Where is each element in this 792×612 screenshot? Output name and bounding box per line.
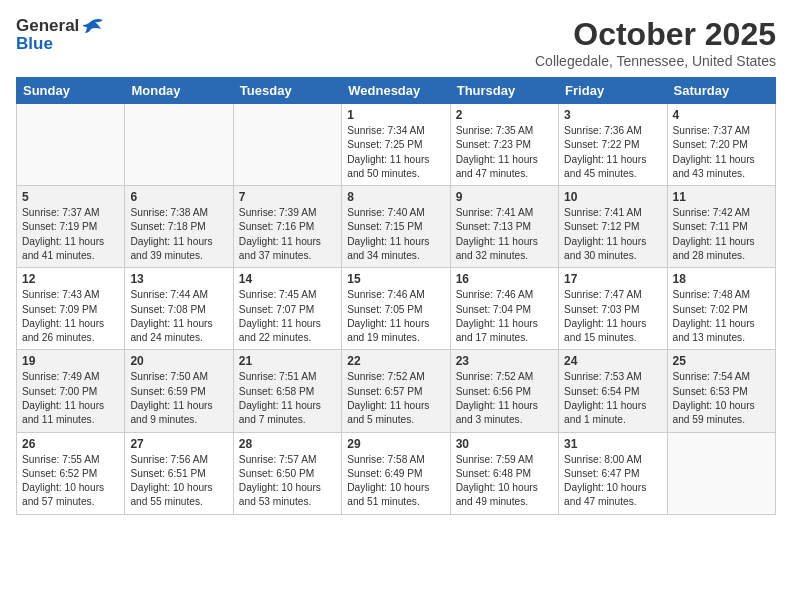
logo-blue: Blue: [16, 34, 53, 53]
title-area: October 2025 Collegedale, Tennessee, Uni…: [535, 16, 776, 69]
day-info: Sunrise: 8:00 AM Sunset: 6:47 PM Dayligh…: [564, 453, 661, 510]
day-number: 22: [347, 354, 444, 368]
calendar-cell: 8Sunrise: 7:40 AM Sunset: 7:15 PM Daylig…: [342, 186, 450, 268]
day-number: 26: [22, 437, 119, 451]
day-info: Sunrise: 7:53 AM Sunset: 6:54 PM Dayligh…: [564, 370, 661, 427]
week-row-3: 12Sunrise: 7:43 AM Sunset: 7:09 PM Dayli…: [17, 268, 776, 350]
day-number: 8: [347, 190, 444, 204]
calendar-cell: 9Sunrise: 7:41 AM Sunset: 7:13 PM Daylig…: [450, 186, 558, 268]
calendar-cell: 16Sunrise: 7:46 AM Sunset: 7:04 PM Dayli…: [450, 268, 558, 350]
month-title: October 2025: [535, 16, 776, 53]
day-number: 20: [130, 354, 227, 368]
day-number: 9: [456, 190, 553, 204]
day-info: Sunrise: 7:35 AM Sunset: 7:23 PM Dayligh…: [456, 124, 553, 181]
calendar-cell: 10Sunrise: 7:41 AM Sunset: 7:12 PM Dayli…: [559, 186, 667, 268]
day-number: 4: [673, 108, 770, 122]
calendar-cell: 26Sunrise: 7:55 AM Sunset: 6:52 PM Dayli…: [17, 432, 125, 514]
day-info: Sunrise: 7:41 AM Sunset: 7:13 PM Dayligh…: [456, 206, 553, 263]
day-number: 30: [456, 437, 553, 451]
week-row-4: 19Sunrise: 7:49 AM Sunset: 7:00 PM Dayli…: [17, 350, 776, 432]
calendar-cell: 14Sunrise: 7:45 AM Sunset: 7:07 PM Dayli…: [233, 268, 341, 350]
day-number: 10: [564, 190, 661, 204]
calendar-cell: [233, 104, 341, 186]
day-info: Sunrise: 7:37 AM Sunset: 7:19 PM Dayligh…: [22, 206, 119, 263]
calendar-cell: 28Sunrise: 7:57 AM Sunset: 6:50 PM Dayli…: [233, 432, 341, 514]
day-info: Sunrise: 7:36 AM Sunset: 7:22 PM Dayligh…: [564, 124, 661, 181]
calendar-cell: 31Sunrise: 8:00 AM Sunset: 6:47 PM Dayli…: [559, 432, 667, 514]
day-number: 1: [347, 108, 444, 122]
weekday-header-thursday: Thursday: [450, 78, 558, 104]
logo-bird-icon: [81, 15, 107, 35]
calendar-cell: 6Sunrise: 7:38 AM Sunset: 7:18 PM Daylig…: [125, 186, 233, 268]
calendar-cell: 22Sunrise: 7:52 AM Sunset: 6:57 PM Dayli…: [342, 350, 450, 432]
day-info: Sunrise: 7:43 AM Sunset: 7:09 PM Dayligh…: [22, 288, 119, 345]
calendar-cell: 21Sunrise: 7:51 AM Sunset: 6:58 PM Dayli…: [233, 350, 341, 432]
day-info: Sunrise: 7:59 AM Sunset: 6:48 PM Dayligh…: [456, 453, 553, 510]
calendar-cell: 12Sunrise: 7:43 AM Sunset: 7:09 PM Dayli…: [17, 268, 125, 350]
calendar-cell: 29Sunrise: 7:58 AM Sunset: 6:49 PM Dayli…: [342, 432, 450, 514]
day-number: 3: [564, 108, 661, 122]
day-info: Sunrise: 7:44 AM Sunset: 7:08 PM Dayligh…: [130, 288, 227, 345]
page-header: General Blue October 2025 Collegedale, T…: [16, 16, 776, 69]
day-info: Sunrise: 7:57 AM Sunset: 6:50 PM Dayligh…: [239, 453, 336, 510]
calendar-cell: 13Sunrise: 7:44 AM Sunset: 7:08 PM Dayli…: [125, 268, 233, 350]
day-number: 2: [456, 108, 553, 122]
day-number: 12: [22, 272, 119, 286]
calendar-cell: 23Sunrise: 7:52 AM Sunset: 6:56 PM Dayli…: [450, 350, 558, 432]
day-number: 29: [347, 437, 444, 451]
weekday-header-monday: Monday: [125, 78, 233, 104]
calendar-cell: [125, 104, 233, 186]
day-number: 21: [239, 354, 336, 368]
day-number: 11: [673, 190, 770, 204]
day-info: Sunrise: 7:50 AM Sunset: 6:59 PM Dayligh…: [130, 370, 227, 427]
day-number: 7: [239, 190, 336, 204]
calendar-cell: 18Sunrise: 7:48 AM Sunset: 7:02 PM Dayli…: [667, 268, 775, 350]
logo: General Blue: [16, 16, 107, 54]
calendar-cell: 24Sunrise: 7:53 AM Sunset: 6:54 PM Dayli…: [559, 350, 667, 432]
day-number: 14: [239, 272, 336, 286]
week-row-1: 1Sunrise: 7:34 AM Sunset: 7:25 PM Daylig…: [17, 104, 776, 186]
week-row-5: 26Sunrise: 7:55 AM Sunset: 6:52 PM Dayli…: [17, 432, 776, 514]
day-number: 25: [673, 354, 770, 368]
day-info: Sunrise: 7:52 AM Sunset: 6:56 PM Dayligh…: [456, 370, 553, 427]
weekday-header-saturday: Saturday: [667, 78, 775, 104]
day-number: 31: [564, 437, 661, 451]
weekday-header-row: SundayMondayTuesdayWednesdayThursdayFrid…: [17, 78, 776, 104]
calendar-cell: 1Sunrise: 7:34 AM Sunset: 7:25 PM Daylig…: [342, 104, 450, 186]
logo-general: General: [16, 16, 79, 36]
weekday-header-friday: Friday: [559, 78, 667, 104]
calendar-cell: 27Sunrise: 7:56 AM Sunset: 6:51 PM Dayli…: [125, 432, 233, 514]
day-number: 23: [456, 354, 553, 368]
day-info: Sunrise: 7:34 AM Sunset: 7:25 PM Dayligh…: [347, 124, 444, 181]
calendar-cell: 30Sunrise: 7:59 AM Sunset: 6:48 PM Dayli…: [450, 432, 558, 514]
calendar-table: SundayMondayTuesdayWednesdayThursdayFrid…: [16, 77, 776, 515]
calendar-cell: 4Sunrise: 7:37 AM Sunset: 7:20 PM Daylig…: [667, 104, 775, 186]
calendar-cell: 2Sunrise: 7:35 AM Sunset: 7:23 PM Daylig…: [450, 104, 558, 186]
weekday-header-tuesday: Tuesday: [233, 78, 341, 104]
day-number: 28: [239, 437, 336, 451]
week-row-2: 5Sunrise: 7:37 AM Sunset: 7:19 PM Daylig…: [17, 186, 776, 268]
day-info: Sunrise: 7:37 AM Sunset: 7:20 PM Dayligh…: [673, 124, 770, 181]
calendar-cell: 17Sunrise: 7:47 AM Sunset: 7:03 PM Dayli…: [559, 268, 667, 350]
day-info: Sunrise: 7:46 AM Sunset: 7:05 PM Dayligh…: [347, 288, 444, 345]
day-number: 5: [22, 190, 119, 204]
day-info: Sunrise: 7:58 AM Sunset: 6:49 PM Dayligh…: [347, 453, 444, 510]
day-info: Sunrise: 7:42 AM Sunset: 7:11 PM Dayligh…: [673, 206, 770, 263]
calendar-cell: [17, 104, 125, 186]
calendar-cell: 19Sunrise: 7:49 AM Sunset: 7:00 PM Dayli…: [17, 350, 125, 432]
day-info: Sunrise: 7:49 AM Sunset: 7:00 PM Dayligh…: [22, 370, 119, 427]
day-info: Sunrise: 7:40 AM Sunset: 7:15 PM Dayligh…: [347, 206, 444, 263]
day-number: 13: [130, 272, 227, 286]
weekday-header-sunday: Sunday: [17, 78, 125, 104]
day-info: Sunrise: 7:54 AM Sunset: 6:53 PM Dayligh…: [673, 370, 770, 427]
day-number: 16: [456, 272, 553, 286]
weekday-header-wednesday: Wednesday: [342, 78, 450, 104]
day-info: Sunrise: 7:51 AM Sunset: 6:58 PM Dayligh…: [239, 370, 336, 427]
calendar-cell: 7Sunrise: 7:39 AM Sunset: 7:16 PM Daylig…: [233, 186, 341, 268]
location: Collegedale, Tennessee, United States: [535, 53, 776, 69]
day-info: Sunrise: 7:45 AM Sunset: 7:07 PM Dayligh…: [239, 288, 336, 345]
calendar-cell: 15Sunrise: 7:46 AM Sunset: 7:05 PM Dayli…: [342, 268, 450, 350]
day-number: 19: [22, 354, 119, 368]
day-number: 15: [347, 272, 444, 286]
day-number: 17: [564, 272, 661, 286]
